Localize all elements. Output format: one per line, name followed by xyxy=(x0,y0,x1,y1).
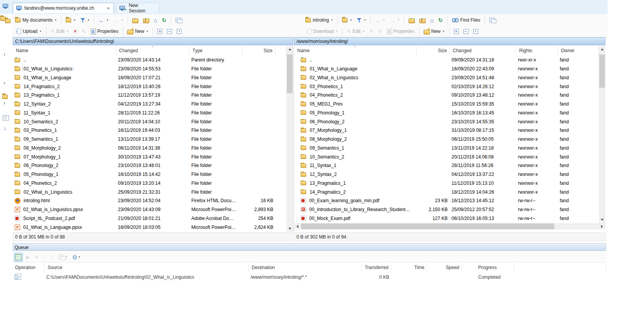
file-name-cell[interactable]: 06_Phonology_2 xyxy=(13,163,116,168)
queue-header-transferred[interactable]: Transferred xyxy=(361,263,391,273)
column-header-size[interactable]: Size xyxy=(417,46,450,56)
remote-open-in-new-window-button[interactable] xyxy=(487,16,497,24)
file-name-cell[interactable]: 13_Pragmatics_1 xyxy=(13,92,116,98)
scrollbar-thumb[interactable] xyxy=(287,55,293,93)
remote-parent-directory-button[interactable] xyxy=(407,16,417,25)
table-row[interactable]: 05_Phonology_1 16/10/2019 16:13:45 rwxrw… xyxy=(294,109,599,118)
table-row[interactable]: 08_Morphology_2 06/11/2019 15:50:05 rwxr… xyxy=(294,135,599,144)
scroll-down-button[interactable] xyxy=(599,216,605,223)
refresh-button[interactable]: ↻ xyxy=(160,16,169,24)
file-name-cell[interactable]: 11_Syntax_1 xyxy=(294,163,417,168)
column-header-name[interactable]: Name xyxy=(13,46,116,56)
column-header-owner[interactable]: Owner xyxy=(558,46,599,56)
table-row[interactable]: 11_Syntax_1 28/11/2019 11:22:26 File fol… xyxy=(13,109,286,118)
table-row[interactable]: 12_Syntax_2 04/12/2019 13:27:34 File fol… xyxy=(13,100,286,109)
remote-select-button[interactable]: + xyxy=(452,27,461,36)
scroll-right-button[interactable] xyxy=(599,223,605,230)
queue-header-source[interactable]: Source xyxy=(44,263,249,273)
table-row[interactable]: 10_Semantics_2 20/11/2019 14:04:10 File … xyxy=(13,117,286,126)
table-row[interactable]: 03_Phonetics_1 16/11/2019 19:44:03 File … xyxy=(13,126,286,135)
file-name-cell[interactable]: 10_Semantics_2 xyxy=(294,154,417,160)
table-row[interactable]: .. 23/09/2020 14:43:14 Parent directory xyxy=(13,56,286,65)
file-name-cell[interactable]: 09_Semantics_1 xyxy=(294,145,417,151)
remote-file-list[interactable]: .. 09/09/2020 14:31:18 rwxr-xr-x fand 01… xyxy=(294,56,599,223)
vertical-scrollbar[interactable] xyxy=(599,46,605,223)
queue-header-operation[interactable]: Operation xyxy=(13,263,44,273)
queue-header-progress[interactable]: Progress xyxy=(462,263,514,273)
remote-rename-button[interactable]: ✎ xyxy=(376,27,384,36)
table-row[interactable]: 11_Syntax_1 28/11/2019 11:56:26 rwxrwxr-… xyxy=(294,161,599,170)
queue-preferences-button[interactable]: ▼ xyxy=(71,254,82,261)
file-name-cell[interactable]: 08_Morphology_2 xyxy=(13,145,116,151)
column-header-type[interactable]: Type xyxy=(189,46,243,56)
local-file-list[interactable]: .. 23/09/2020 14:43:14 Parent directory … xyxy=(13,56,286,232)
file-name-cell[interactable]: 07_Morphology_1 xyxy=(13,154,116,160)
scrollbar-thumb[interactable] xyxy=(599,55,605,88)
remote-refresh-button[interactable]: ↻ xyxy=(436,16,445,24)
scroll-up-button[interactable] xyxy=(286,46,293,53)
remote-open-directory-button[interactable]: ▼ xyxy=(340,16,354,24)
table-row[interactable]: 09_Semantics_1 13/11/2019 14:22:18 rwxrw… xyxy=(294,144,599,153)
local-drive-combo[interactable]: My documents ▼ xyxy=(13,16,59,24)
file-name-cell[interactable]: Script_ItL_Podcast_2.pdf xyxy=(13,216,116,221)
new-button[interactable]: New ▼ xyxy=(125,27,150,36)
queue-row[interactable]: C:\Users\FAM\Documents\Uni\webstuff\intr… xyxy=(13,273,606,281)
remote-root-directory-button[interactable] xyxy=(417,16,428,25)
local-path-bar[interactable]: C:\Users\FAM\Documents\Uni\webstuff\intr… xyxy=(13,37,293,45)
queue-header-destination[interactable]: Destination xyxy=(249,263,361,273)
scroll-down-button[interactable] xyxy=(286,225,293,232)
delete-button[interactable]: ✕ xyxy=(72,27,79,35)
table-row[interactable]: 02_What_is_Linguistics 23/09/2020 14:55:… xyxy=(13,65,286,73)
file-name-cell[interactable]: 02_What_is_Linguistics xyxy=(13,189,116,195)
remote-path-bar[interactable]: /www/morrissey/introling/ xyxy=(294,37,605,45)
file-name-cell[interactable]: 04_Phonetics_2 xyxy=(13,181,116,186)
selection-menu-button[interactable]: ▼ xyxy=(175,27,184,36)
column-header-changed[interactable]: Changed xyxy=(450,46,516,56)
root-directory-button[interactable] xyxy=(141,16,151,25)
table-row[interactable]: 09_Semantics_1 13/11/2019 13:39:17 File … xyxy=(13,135,286,144)
open-in-new-window-button[interactable] xyxy=(174,16,183,24)
file-name-cell[interactable]: 01_What_is_Language xyxy=(294,66,417,72)
file-name-cell[interactable]: 14_Pragmatics_2 xyxy=(13,84,116,89)
remote-back-button[interactable]: → ▼ xyxy=(373,16,387,25)
table-row[interactable]: 07_Morphology_1 31/10/2019 08:17:15 rwxr… xyxy=(294,126,599,135)
table-row[interactable]: 14_Pragmatics_2 18/12/2019 14:04:26 rwxr… xyxy=(294,187,599,196)
table-row[interactable]: 08_Morphology_2 06/11/2019 14:31:38 File… xyxy=(13,144,286,153)
remote-unselect-button[interactable]: − xyxy=(462,27,470,36)
properties-button[interactable]: Properties xyxy=(89,27,121,36)
file-name-cell[interactable]: 09_Semantics_1 xyxy=(13,136,116,142)
table-row[interactable]: 04_Phonetics_2 09/10/2019 13:20:14 File … xyxy=(13,179,286,188)
home-directory-button[interactable]: ⌂ xyxy=(152,16,159,25)
queue-move-up-button[interactable]: ↑ xyxy=(42,253,48,261)
table-row[interactable]: 01_What_is_Language 16/09/2020 17:07:21 … xyxy=(13,73,286,82)
table-row[interactable]: 00_Introduction_to_Library_Research_Stud… xyxy=(294,205,599,214)
horizontal-scrollbar[interactable] xyxy=(294,223,605,230)
new-session-tab[interactable]: + New Session xyxy=(116,3,159,13)
column-header-size[interactable]: Size xyxy=(243,46,275,56)
file-name-cell[interactable]: 00_Mock_Exam.pdf xyxy=(294,216,417,221)
remote-delete-button[interactable]: ✕ xyxy=(368,27,375,35)
table-row[interactable]: 04_Phonetics_2 09/10/2019 13:48:12 rwxrw… xyxy=(294,91,599,100)
back-button[interactable]: ← ▼ xyxy=(97,16,111,25)
table-row[interactable]: 05_MEG1_Pres 15/10/2019 15:59:35 rwxrwxr… xyxy=(294,100,599,109)
file-name-cell[interactable]: 00_Exam_learning_goals_min.pdf xyxy=(294,198,417,203)
filter-button[interactable]: ▼ xyxy=(78,16,92,24)
file-name-cell[interactable]: 04_Phonetics_2 xyxy=(294,92,417,98)
file-name-cell[interactable]: .. xyxy=(294,57,417,63)
table-row[interactable]: 01_What_is_Language 16/09/2020 22:43:09 … xyxy=(294,65,599,73)
queue-resume-button[interactable]: ▶ xyxy=(25,254,31,261)
table-row[interactable]: 13_Pragmatics_1 11/12/2019 13:57:19 File… xyxy=(13,91,286,100)
file-name-cell[interactable]: 05_Phonology_1 xyxy=(294,110,417,116)
remote-filter-button[interactable]: ▼ xyxy=(355,16,368,24)
column-header-rights[interactable]: Rights xyxy=(516,46,558,56)
unselect-button[interactable]: − xyxy=(165,27,174,36)
file-name-cell[interactable]: 12_Syntax_2 xyxy=(13,101,116,107)
forward-button[interactable]: → ▼ xyxy=(111,16,125,25)
file-name-cell[interactable]: 00_Introduction_to_Library_Research_Stud… xyxy=(294,207,417,212)
file-name-cell[interactable]: 14_Pragmatics_2 xyxy=(294,189,417,195)
queue-header-time[interactable]: Time xyxy=(391,263,427,273)
file-name-cell[interactable]: 01_What_is_Language.ppsx xyxy=(13,225,116,230)
file-name-cell[interactable]: introling.html xyxy=(13,198,116,204)
table-row[interactable]: Script_ItL_Podcast_2.pdf 21/09/2020 18:0… xyxy=(13,214,286,223)
queue-operations-button[interactable]: ▼ xyxy=(57,253,70,261)
